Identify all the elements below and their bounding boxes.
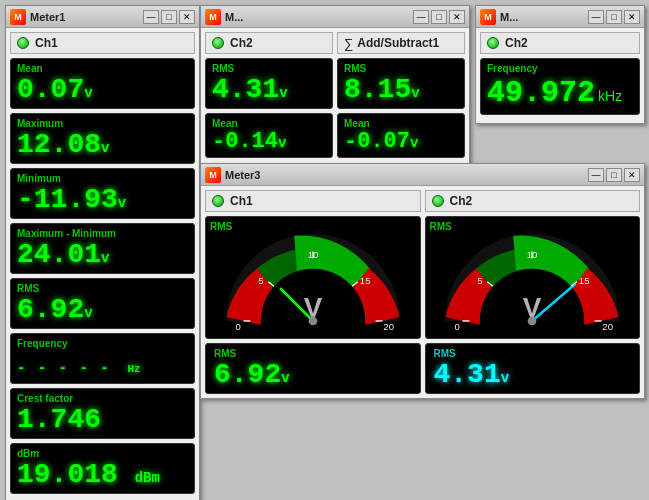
meter3-ch2-gauge-svg: 0 5 10 15 20 V <box>442 234 622 334</box>
meter1-content: Ch1 Mean 0.07v Maximum 12.08v Minimum -1… <box>6 28 199 500</box>
meter3-close[interactable]: ✕ <box>624 168 640 182</box>
meter2-titlebar[interactable]: M M... — □ ✕ <box>201 6 469 28</box>
svg-text:20: 20 <box>603 321 614 332</box>
sigma-icon: ∑ <box>344 36 353 51</box>
meter1-channel-header: Ch1 <box>10 32 195 54</box>
meter2-restore[interactable]: □ <box>431 10 447 24</box>
meter2b-freq-display: 49.972 kHz <box>487 76 633 110</box>
meter1-crest-value: 1.746 <box>17 406 188 434</box>
svg-text:15: 15 <box>579 275 590 286</box>
meter1-led <box>17 37 29 49</box>
meter2-ch2-led <box>212 37 224 49</box>
meter2-ch2-name: Ch2 <box>230 36 253 50</box>
meter2b-close[interactable]: ✕ <box>624 10 640 24</box>
meter2b-ch2-name: Ch2 <box>505 36 528 50</box>
meter1-minimize[interactable]: — <box>143 10 159 24</box>
meter2b-titlebar[interactable]: M M... — □ ✕ <box>476 6 644 28</box>
meter3-ch1-gauge: RMS <box>205 216 421 339</box>
svg-text:5: 5 <box>258 275 263 286</box>
meter2b-freq-unit: kHz <box>598 88 622 104</box>
meter3-minimize[interactable]: — <box>588 168 604 182</box>
meter2b-ch2-led <box>487 37 499 49</box>
svg-text:5: 5 <box>477 275 482 286</box>
meter2b-freq-label: Frequency <box>487 63 633 74</box>
meter3-ch2-rms-box: RMS 4.31v <box>425 343 641 394</box>
meter1-maxmin-box: Maximum - Minimum 24.01v <box>10 223 195 274</box>
meter2-columns: Ch2 RMS 4.31v Mean -0.14v ∑ Add/Subtract… <box>205 32 465 162</box>
meter3-ch1-gauge-svg: 0 5 10 15 20 V <box>223 234 403 334</box>
meter2b-freq-box: Frequency 49.972 kHz <box>480 58 640 115</box>
meter1-dbm-value: 19.018 dBm <box>17 461 188 489</box>
meter1-max-value: 12.08v <box>17 131 188 159</box>
meter1-restore[interactable]: □ <box>161 10 177 24</box>
meter2-window: M M... — □ ✕ Ch2 RMS 4.31v Mean -0.14v <box>200 5 470 167</box>
meter3-ch1-rms-display-label: RMS <box>214 348 412 359</box>
meter1-rms-value: 6.92v <box>17 296 188 324</box>
svg-text:0: 0 <box>235 321 240 332</box>
meter2-add-mean-label: Mean <box>344 118 458 129</box>
meter2-add-rms-value: 8.15v <box>344 76 458 104</box>
meter2-icon: M <box>205 9 221 25</box>
meter1-dbm-box: dBm 19.018 dBm <box>10 443 195 494</box>
meter1-window: M Meter1 — □ ✕ Ch1 Mean 0.07v Maximum 12… <box>5 5 200 500</box>
meter2b-restore[interactable]: □ <box>606 10 622 24</box>
meter1-freq-label: Frequency <box>17 338 188 349</box>
meter3-ch1-header: Ch1 <box>205 190 421 212</box>
meter3-ch1-rms-box: RMS 6.92v <box>205 343 421 394</box>
meter3-titlebar[interactable]: M Meter3 — □ ✕ <box>201 164 644 186</box>
meter1-freq-box: Frequency - - - - - Hz <box>10 333 195 384</box>
meter1-min-box: Minimum -11.93v <box>10 168 195 219</box>
meter1-close[interactable]: ✕ <box>179 10 195 24</box>
meter1-max-label: Maximum <box>17 118 188 129</box>
meter2-ch2-rms-box: RMS 4.31v <box>205 58 333 109</box>
meter1-freq-value: - - - - - Hz <box>17 351 188 379</box>
meter3-ch2-rms-display-label: RMS <box>434 348 632 359</box>
meter3-icon: M <box>205 167 221 183</box>
meter3-gauges: RMS <box>205 216 640 339</box>
meter2-add-rms-label: RMS <box>344 63 458 74</box>
meter2-add-rms-box: RMS 8.15v <box>337 58 465 109</box>
meter2b-title: M... <box>500 11 586 23</box>
meter1-dbm-label: dBm <box>17 448 188 459</box>
meter2-close[interactable]: ✕ <box>449 10 465 24</box>
meter2b-icon: M <box>480 9 496 25</box>
meter2-ch2-rms-value: 4.31v <box>212 76 326 104</box>
meter1-crest-box: Crest factor 1.746 <box>10 388 195 439</box>
meter1-icon: M <box>10 9 26 25</box>
svg-text:0: 0 <box>455 321 460 332</box>
meter1-maxmin-label: Maximum - Minimum <box>17 228 188 239</box>
meter2-add-header: ∑ Add/Subtract1 <box>337 32 465 54</box>
meter2-minimize[interactable]: — <box>413 10 429 24</box>
meter2-title: M... <box>225 11 411 23</box>
meter2b-freq-value: 49.972 <box>487 76 595 110</box>
meter3-restore[interactable]: □ <box>606 168 622 182</box>
meter1-crest-label: Crest factor <box>17 393 188 404</box>
meter3-ch2-header: Ch2 <box>425 190 641 212</box>
meter2-ch2-rms-label: RMS <box>212 63 326 74</box>
meter1-title: Meter1 <box>30 11 141 23</box>
meter3-channel-headers: Ch1 Ch2 <box>205 190 640 216</box>
meter2-right-col: ∑ Add/Subtract1 RMS 8.15v Mean -0.07v <box>337 32 465 162</box>
meter2-add-mean-value: -0.07v <box>344 131 458 153</box>
meter2-add-mean-box: Mean -0.07v <box>337 113 465 158</box>
meter1-min-label: Minimum <box>17 173 188 184</box>
meter3-content: Ch1 Ch2 RMS <box>201 186 644 398</box>
meter1-maxmin-value: 24.01v <box>17 241 188 269</box>
meter3-window: M Meter3 — □ ✕ Ch1 Ch2 RMS <box>200 163 645 399</box>
svg-text:15: 15 <box>360 275 371 286</box>
meter1-min-value: -11.93v <box>17 186 188 214</box>
meter2-add-name: Add/Subtract1 <box>357 36 439 50</box>
meter3-ch1-led <box>212 195 224 207</box>
meter2-left-col: Ch2 RMS 4.31v Mean -0.14v <box>205 32 333 162</box>
meter3-title: Meter3 <box>225 169 586 181</box>
meter2b-content: Ch2 Frequency 49.972 kHz <box>476 28 644 123</box>
meter1-mean-value: 0.07v <box>17 76 188 104</box>
meter1-mean-box: Mean 0.07v <box>10 58 195 109</box>
meter3-ch1-name: Ch1 <box>230 194 253 208</box>
meter1-rms-box: RMS 6.92v <box>10 278 195 329</box>
meter2b-minimize[interactable]: — <box>588 10 604 24</box>
meter3-ch2-rms-display-value: 4.31v <box>434 361 632 389</box>
meter3-ch2-rms-label: RMS <box>430 221 452 232</box>
meter1-titlebar[interactable]: M Meter1 — □ ✕ <box>6 6 199 28</box>
meter1-mean-label: Mean <box>17 63 188 74</box>
